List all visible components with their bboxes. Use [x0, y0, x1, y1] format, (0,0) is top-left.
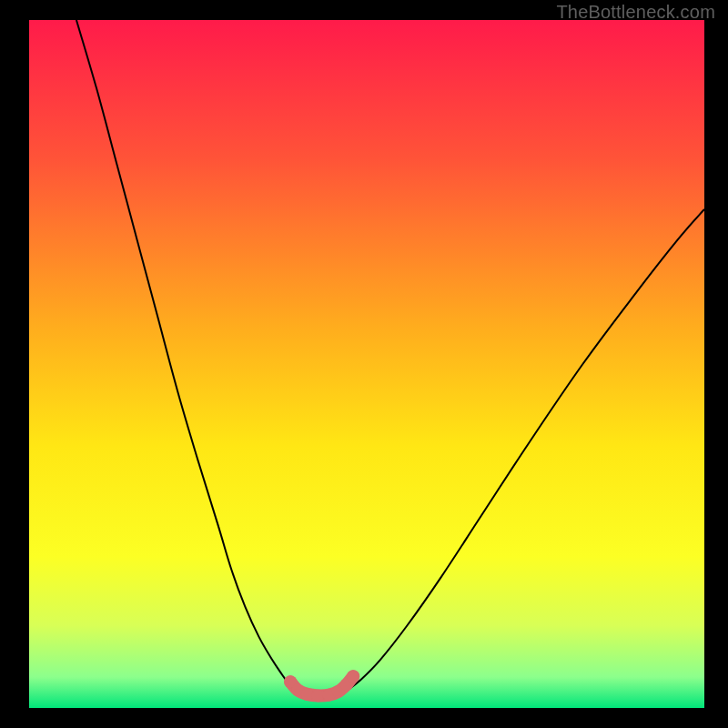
- plot-area: [29, 20, 704, 708]
- highlight-dot: [312, 689, 325, 702]
- chart-frame: TheBottleneck.com: [0, 0, 728, 728]
- watermark-text: TheBottleneck.com: [556, 2, 715, 23]
- gradient-background: [29, 20, 704, 708]
- plot-svg: [29, 20, 704, 708]
- highlight-dot: [347, 670, 359, 682]
- highlight-dot: [301, 688, 314, 701]
